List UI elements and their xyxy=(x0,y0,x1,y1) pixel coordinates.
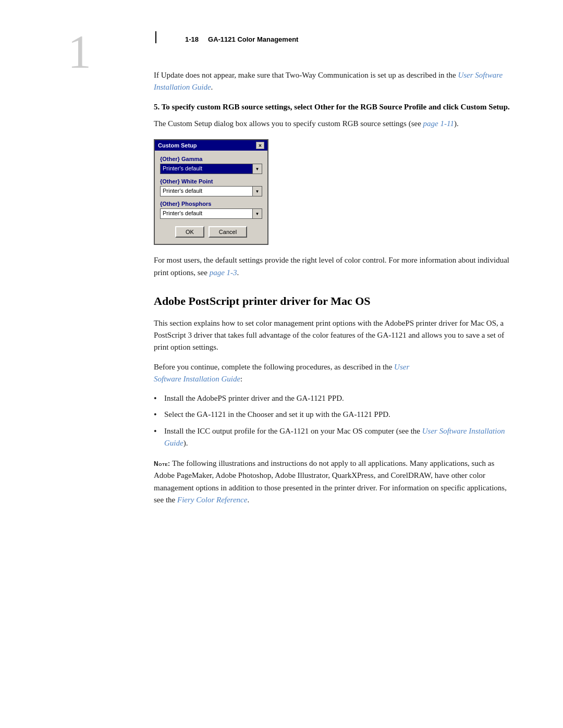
intro-paragraph: If Update does not appear, make sure tha… xyxy=(154,69,511,94)
cancel-button[interactable]: Cancel xyxy=(209,226,247,238)
dialog-container: Custom Setup × {Other} Gamma Printer's d… xyxy=(154,139,511,245)
note-label: Note: xyxy=(154,460,170,467)
header-line: 1-18 GA-1121 Color Management xyxy=(155,31,521,43)
dialog-buttons: OK Cancel xyxy=(160,226,262,240)
phosphors-label: {Other} Phosphors xyxy=(160,201,262,207)
dialog-titlebar: Custom Setup × xyxy=(155,140,267,151)
section-para-1: This section explains how to set color m… xyxy=(154,317,511,354)
page: 1 1-18 GA-1121 Color Management If Updat… xyxy=(0,0,563,728)
page-1-11-link[interactable]: page 1-11 xyxy=(423,119,454,128)
bullet-item-2: Select the GA-1121 in the Chooser and se… xyxy=(154,409,511,421)
before-continue-para: Before you continue, complete the follow… xyxy=(154,361,511,386)
section-heading: Adobe PostScript printer driver for Mac … xyxy=(154,294,511,308)
custom-setup-dialog: Custom Setup × {Other} Gamma Printer's d… xyxy=(154,139,268,245)
ok-button[interactable]: OK xyxy=(175,226,204,238)
dialog-body: {Other} Gamma Printer's default ▼ {Other… xyxy=(155,151,267,244)
page-number: 1-18 xyxy=(185,35,199,43)
phosphors-dropdown-arrow[interactable]: ▼ xyxy=(252,209,262,218)
header-title: GA-1121 Color Management xyxy=(208,35,298,43)
white-point-label: {Other} White Point xyxy=(160,178,262,184)
white-point-dropdown-arrow[interactable]: ▼ xyxy=(252,187,262,196)
dialog-close-button[interactable]: × xyxy=(256,142,264,149)
chapter-number: 1 xyxy=(68,29,91,76)
bullet-item-1: Install the AdobePS printer driver and t… xyxy=(154,392,511,404)
after-dialog-para: For most users, the default settings pro… xyxy=(154,254,511,279)
page-1-3-link[interactable]: page 1-3 xyxy=(210,268,237,277)
main-content: If Update does not appear, make sure tha… xyxy=(0,54,563,506)
fiery-color-reference-link[interactable]: Fiery Color Reference xyxy=(177,496,247,504)
white-point-value: Printer's default xyxy=(161,187,252,196)
gamma-select[interactable]: Printer's default ▼ xyxy=(160,164,262,174)
intro-text: If Update does not appear, make sure tha… xyxy=(154,71,458,79)
step-number: 5. xyxy=(154,103,160,111)
step-5: 5. To specify custom RGB source settings… xyxy=(154,101,511,113)
header-area: 1 1-18 GA-1121 Color Management xyxy=(0,0,563,54)
dialog-title: Custom Setup xyxy=(158,142,197,149)
bullet-list: Install the AdobePS printer driver and t… xyxy=(154,392,511,449)
gamma-dropdown-arrow[interactable]: ▼ xyxy=(252,164,262,174)
note-block: Note: The following illustrations and in… xyxy=(154,458,511,506)
gamma-label: {Other} Gamma xyxy=(160,156,262,162)
phosphors-select[interactable]: Printer's default ▼ xyxy=(160,208,262,219)
bullet-item-3: Install the ICC output profile for the G… xyxy=(154,425,511,450)
phosphors-value: Printer's default xyxy=(161,209,252,218)
step-bold-text-content: To specify custom RGB source settings, s… xyxy=(162,103,510,111)
gamma-value: Printer's default xyxy=(161,164,252,174)
white-point-select[interactable]: Printer's default ▼ xyxy=(160,186,262,196)
step5-para: The Custom Setup dialog box allows you t… xyxy=(154,118,511,130)
